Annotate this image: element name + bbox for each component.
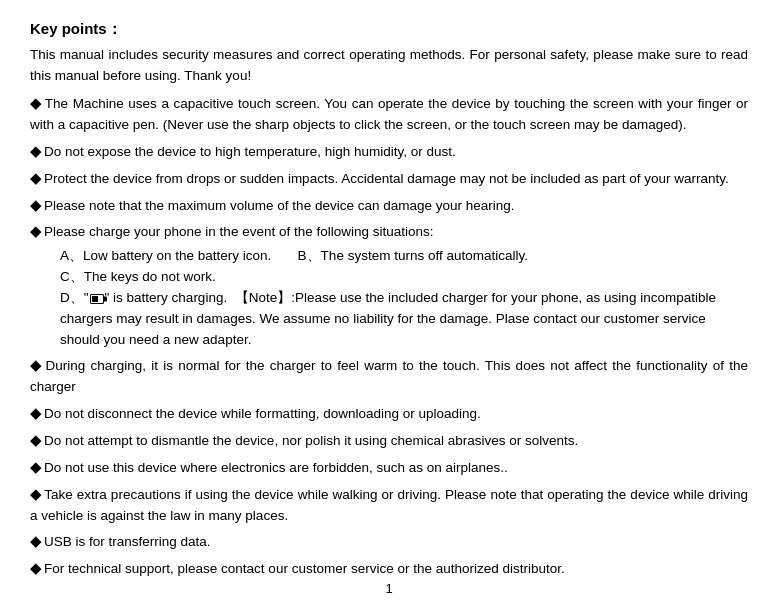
bullet-text-12: For technical support, please contact ou…	[44, 561, 565, 576]
heading-colon: ：	[107, 20, 122, 37]
sub-item-c-text: C、The keys do not work.	[60, 269, 216, 284]
sub-item-a: A、Low battery on the battery icon. B、The…	[60, 248, 528, 263]
bullet-icon-2: ◆	[30, 142, 42, 159]
bullet-icon-3: ◆	[30, 169, 42, 186]
bullet-icon-4: ◆	[30, 196, 42, 213]
bullet-text-11: USB is for transferring data.	[44, 534, 211, 549]
bullet-icon-12: ◆	[30, 559, 42, 576]
bullet-4: ◆Please note that the maximum volume of …	[30, 193, 748, 217]
bullet-6: ◆During charging, it is normal for the c…	[30, 353, 748, 398]
bullet-text-1: The Machine uses a capacitive touch scre…	[30, 96, 748, 132]
heading-text: Key points	[30, 20, 107, 37]
bullet-7: ◆Do not disconnect the device while form…	[30, 401, 748, 425]
bullet-icon-11: ◆	[30, 532, 42, 549]
bullet-12: ◆For technical support, please contact o…	[30, 556, 748, 580]
bullet-10: ◆Take extra precautions if using the dev…	[30, 482, 748, 527]
sub-item-c: C、The keys do not work.	[60, 267, 748, 288]
bullet-text-10: Take extra precautions if using the devi…	[30, 487, 748, 523]
bullet-icon-1: ◆	[30, 94, 43, 111]
bullet-text-2: Do not expose the device to high tempera…	[44, 144, 456, 159]
bullet-text-7: Do not disconnect the device while forma…	[44, 406, 481, 421]
battery-icon	[90, 294, 104, 304]
bullet-icon-8: ◆	[30, 431, 42, 448]
bullet-icon-9: ◆	[30, 458, 42, 475]
sub-item-d-suffix: " is battery charging. 【Note】:Please use…	[60, 290, 716, 347]
bullet-text-3: Protect the device from drops or sudden …	[44, 171, 729, 186]
bullet-text-4: Please note that the maximum volume of t…	[44, 198, 515, 213]
sub-list: A、Low battery on the battery icon. B、The…	[60, 246, 748, 351]
key-points-heading: Key points：	[30, 20, 748, 39]
bullet-icon-6: ◆	[30, 356, 44, 373]
bullet-2: ◆Do not expose the device to high temper…	[30, 139, 748, 163]
page-container: Key points： This manual includes securit…	[0, 0, 778, 606]
bullet-3: ◆Protect the device from drops or sudden…	[30, 166, 748, 190]
sub-item-d-prefix: D、"	[60, 290, 89, 305]
bullet-1: ◆The Machine uses a capacitive touch scr…	[30, 91, 748, 136]
bullet-11: ◆USB is for transferring data.	[30, 529, 748, 553]
bullet-text-8: Do not attempt to dismantle the device, …	[44, 433, 578, 448]
sub-item-ab: A、Low battery on the battery icon. B、The…	[60, 246, 748, 267]
bullet-8: ◆Do not attempt to dismantle the device,…	[30, 428, 748, 452]
page-number: 1	[0, 581, 778, 596]
bullet-icon-5: ◆	[30, 222, 42, 239]
bullet-icon-10: ◆	[30, 485, 42, 502]
bullet-text-9: Do not use this device where electronics…	[44, 460, 508, 475]
bullet-text-6: During charging, it is normal for the ch…	[30, 358, 748, 394]
bullet-icon-7: ◆	[30, 404, 42, 421]
bullet-9: ◆Do not use this device where electronic…	[30, 455, 748, 479]
intro-paragraph: This manual includes security measures a…	[30, 45, 748, 87]
bullet-5: ◆Please charge your phone in the event o…	[30, 219, 748, 243]
bullet-text-5: Please charge your phone in the event of…	[44, 224, 434, 239]
sub-item-d: D、"" is battery charging. 【Note】:Please …	[60, 288, 748, 351]
